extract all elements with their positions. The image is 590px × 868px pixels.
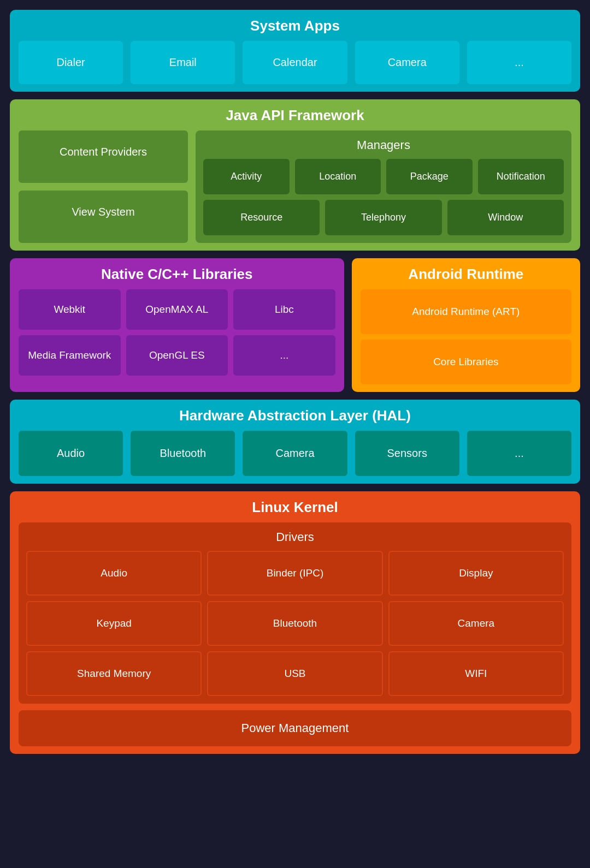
android-runtime-title: Android Runtime [361, 266, 571, 283]
native-libs-title: Native C/C++ Libraries [19, 266, 335, 283]
display-cell: Display [388, 551, 564, 596]
list-item: Dialer [19, 41, 123, 84]
drivers-section: Drivers Audio Binder (IPC) Display Keypa… [19, 522, 571, 704]
shared-memory-cell: Shared Memory [26, 651, 202, 696]
package-cell: Package [386, 159, 473, 194]
keypad-cell: Keypad [26, 601, 202, 646]
system-apps-grid: Dialer Email Calendar Camera ... [19, 41, 571, 84]
list-item: Camera [355, 41, 459, 84]
notification-cell: Notification [478, 159, 564, 194]
runtime-grid: Android Runtime (ART) Core Libraries [361, 289, 571, 384]
hal-audio-cell: Audio [19, 431, 123, 476]
kernel-camera-cell: Camera [388, 601, 564, 646]
activity-cell: Activity [203, 159, 290, 194]
managers-row-1: Activity Location Package Notification [203, 159, 564, 194]
list-item: ... [467, 41, 571, 84]
hal-title: Hardware Abstraction Layer (HAL) [19, 407, 571, 424]
java-api-inner: Content Providers View System Managers A… [19, 130, 571, 243]
java-api-title: Java API Framework [19, 107, 571, 124]
binder-cell: Binder (IPC) [207, 551, 382, 596]
hal-sensors-cell: Sensors [355, 431, 459, 476]
managers-grid: Activity Location Package Notification R… [203, 159, 564, 235]
resource-cell: Resource [203, 200, 320, 235]
libc-cell: Libc [233, 289, 335, 330]
hal-bluetooth-cell: Bluetooth [131, 431, 235, 476]
hal-dots-cell: ... [467, 431, 571, 476]
drivers-row-2: Keypad Bluetooth Camera [26, 601, 564, 646]
opengl-cell: OpenGL ES [126, 335, 228, 376]
webkit-cell: Webkit [19, 289, 121, 330]
kernel-bluetooth-cell: Bluetooth [207, 601, 382, 646]
linux-kernel-title: Linux Kernel [19, 499, 571, 516]
content-providers-cell: Content Providers [19, 130, 188, 183]
usb-cell: USB [207, 651, 382, 696]
hal-layer: Hardware Abstraction Layer (HAL) Audio B… [10, 400, 580, 484]
media-framework-cell: Media Framework [19, 335, 121, 376]
view-system-cell: View System [19, 191, 188, 243]
native-grid: Webkit OpenMAX AL Libc Media Framework O… [19, 289, 335, 376]
system-apps-layer: System Apps Dialer Email Calendar Camera… [10, 10, 580, 92]
drivers-title: Drivers [26, 530, 564, 544]
linux-kernel-layer: Linux Kernel Drivers Audio Binder (IPC) … [10, 491, 580, 754]
native-row-2: Media Framework OpenGL ES ... [19, 335, 335, 376]
android-runtime-layer: Android Runtime Android Runtime (ART) Co… [352, 258, 580, 392]
location-cell: Location [295, 159, 381, 194]
drivers-grid: Audio Binder (IPC) Display Keypad Blueto… [26, 551, 564, 696]
system-apps-title: System Apps [19, 17, 571, 34]
power-management-cell: Power Management [19, 710, 571, 746]
managers-title: Managers [203, 138, 564, 152]
managers-section: Managers Activity Location Package Notif… [196, 130, 571, 243]
native-runtime-row: Native C/C++ Libraries Webkit OpenMAX AL… [10, 258, 580, 392]
telephony-cell: Telephony [325, 200, 441, 235]
core-libraries-cell: Core Libraries [361, 340, 571, 384]
java-api-layer: Java API Framework Content Providers Vie… [10, 99, 580, 251]
java-api-left: Content Providers View System [19, 130, 188, 243]
list-item: Calendar [243, 41, 347, 84]
openmax-cell: OpenMAX AL [126, 289, 228, 330]
art-cell: Android Runtime (ART) [361, 289, 571, 334]
native-libs-layer: Native C/C++ Libraries Webkit OpenMAX AL… [10, 258, 344, 392]
window-cell: Window [447, 200, 564, 235]
managers-row-2: Resource Telephony Window [203, 200, 564, 235]
hal-grid: Audio Bluetooth Camera Sensors ... [19, 431, 571, 476]
drivers-row-3: Shared Memory USB WIFI [26, 651, 564, 696]
wifi-cell: WIFI [388, 651, 564, 696]
kernel-audio-cell: Audio [26, 551, 202, 596]
native-dots-cell: ... [233, 335, 335, 376]
hal-camera-cell: Camera [243, 431, 347, 476]
native-row-1: Webkit OpenMAX AL Libc [19, 289, 335, 330]
drivers-row-1: Audio Binder (IPC) Display [26, 551, 564, 596]
list-item: Email [131, 41, 235, 84]
